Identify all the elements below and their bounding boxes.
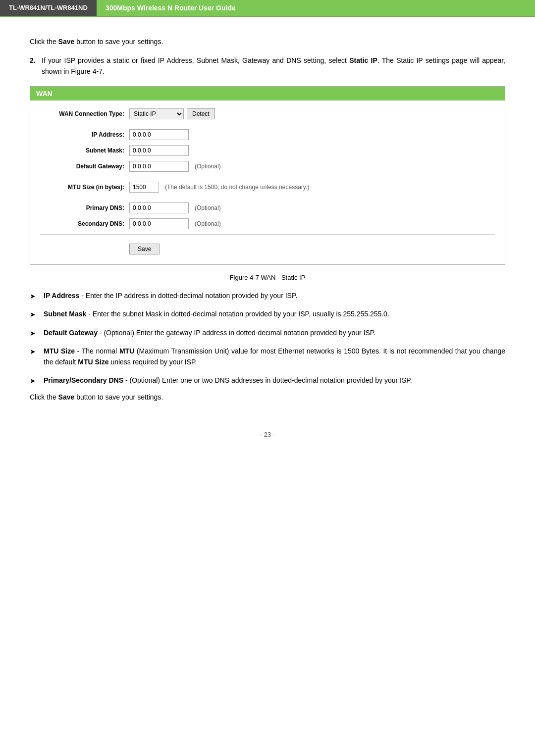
- subnet-mask-label: Subnet Mask:: [40, 147, 129, 154]
- subnet-mask-input[interactable]: [129, 145, 189, 156]
- mtu-label: MTU Size (in bytes):: [40, 184, 129, 191]
- step-number: 2.: [30, 55, 42, 77]
- bullet-arrow-1: ➤: [30, 290, 44, 302]
- bullet-default-gateway: ➤ Default Gateway - (Optional) Enter the…: [30, 327, 505, 339]
- bullet-mtu-text: MTU Size - The normal MTU (Maximum Trans…: [44, 346, 505, 368]
- primary-dns-label: Primary DNS:: [40, 204, 129, 211]
- default-gateway-controls: (Optional): [129, 161, 221, 172]
- wan-divider: [40, 234, 495, 235]
- bullet-mtu-size: ➤ MTU Size - The normal MTU (Maximum Tra…: [30, 346, 505, 368]
- mtu-input[interactable]: [129, 182, 159, 193]
- wan-body: WAN Connection Type: Static IP Detect IP…: [30, 101, 505, 264]
- secondary-dns-controls: (Optional): [129, 218, 221, 229]
- page-header: TL-WR841N/TL-WR841ND 300Mbps Wireless N …: [0, 0, 535, 17]
- mtu-note: (The default is 1500, do not change unle…: [165, 184, 309, 191]
- mtu-row: MTU Size (in bytes): (The default is 150…: [40, 182, 495, 193]
- bullet-dns-text: Primary/Secondary DNS - (Optional) Enter…: [44, 375, 505, 386]
- mtu-controls: (The default is 1500, do not change unle…: [129, 182, 309, 193]
- default-gateway-row: Default Gateway: (Optional): [40, 161, 495, 172]
- default-gateway-label: Default Gateway:: [40, 163, 129, 170]
- wan-connection-type-label: WAN Connection Type:: [40, 110, 129, 117]
- bullet-subnet-mask: ➤ Subnet Mask - Enter the subnet Mask in…: [30, 308, 505, 320]
- default-gateway-optional: (Optional): [195, 163, 221, 170]
- wan-header: WAN: [30, 87, 505, 101]
- guide-title: 300Mbps Wireless N Router User Guide: [97, 0, 535, 16]
- wan-connection-type-select[interactable]: Static IP: [129, 108, 184, 119]
- model-name: TL-WR841N/TL-WR841ND: [0, 0, 97, 16]
- footer-text: Click the Save button to save your setti…: [30, 393, 505, 401]
- wan-connection-controls: Static IP Detect: [129, 108, 215, 119]
- primary-dns-row: Primary DNS: (Optional): [40, 202, 495, 213]
- wan-save-button[interactable]: Save: [129, 244, 160, 254]
- ip-address-input[interactable]: [129, 129, 189, 140]
- secondary-dns-optional: (Optional): [195, 220, 221, 227]
- wan-panel: WAN WAN Connection Type: Static IP Detec…: [30, 86, 505, 265]
- secondary-dns-input[interactable]: [129, 218, 189, 229]
- primary-dns-input[interactable]: [129, 202, 189, 213]
- primary-dns-optional: (Optional): [195, 204, 221, 211]
- step-2: 2. If your ISP provides a static or fixe…: [30, 55, 505, 77]
- subnet-mask-controls: [129, 145, 189, 156]
- secondary-dns-row: Secondary DNS: (Optional): [40, 218, 495, 229]
- page-number: - 23 -: [30, 431, 505, 438]
- secondary-dns-label: Secondary DNS:: [40, 220, 129, 227]
- bullet-dns: ➤ Primary/Secondary DNS - (Optional) Ent…: [30, 375, 505, 386]
- ip-address-row: IP Address:: [40, 129, 495, 140]
- bullet-arrow-3: ➤: [30, 327, 44, 339]
- bullet-arrow-2: ➤: [30, 308, 44, 320]
- intro-text: Click the Save button to save your setti…: [30, 37, 505, 47]
- step-2-text: If your ISP provides a static or fixed I…: [42, 55, 505, 77]
- bullet-arrow-5: ➤: [30, 375, 44, 386]
- wan-save-row: Save: [40, 240, 495, 256]
- ip-address-label: IP Address:: [40, 131, 129, 138]
- detect-button[interactable]: Detect: [187, 108, 215, 119]
- bullet-arrow-4: ➤: [30, 346, 44, 357]
- subnet-mask-row: Subnet Mask:: [40, 145, 495, 156]
- bullet-gateway-text: Default Gateway - (Optional) Enter the g…: [44, 327, 505, 338]
- main-content: Click the Save button to save your setti…: [0, 27, 535, 458]
- bullet-list: ➤ IP Address - Enter the IP address in d…: [30, 290, 505, 386]
- bullet-ip-text: IP Address - Enter the IP address in dot…: [44, 290, 505, 301]
- default-gateway-input[interactable]: [129, 161, 189, 172]
- ip-address-controls: [129, 129, 189, 140]
- bullet-ip-address: ➤ IP Address - Enter the IP address in d…: [30, 290, 505, 302]
- primary-dns-controls: (Optional): [129, 202, 221, 213]
- figure-caption: Figure 4-7 WAN - Static IP: [30, 274, 505, 281]
- wan-connection-type-row: WAN Connection Type: Static IP Detect: [40, 108, 495, 119]
- bullet-subnet-text: Subnet Mask - Enter the subnet Mask in d…: [44, 308, 505, 319]
